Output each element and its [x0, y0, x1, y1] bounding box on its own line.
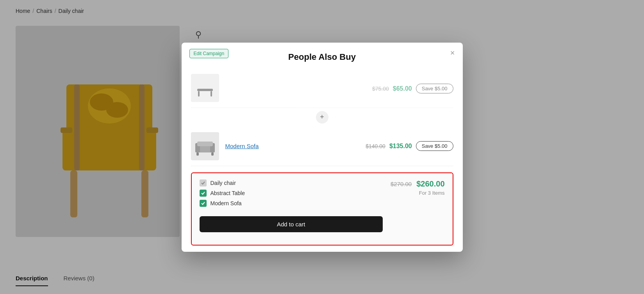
summary-content: Daily chair Abstract Table	[200, 179, 445, 238]
svg-rect-19	[197, 142, 213, 146]
modal-overlay: Edit Campaign People Also Buy ×	[0, 0, 644, 294]
svg-rect-17	[196, 152, 199, 156]
modern-sofa-name[interactable]: Modern Sofa	[225, 143, 360, 149]
summary-pricing-area: $270.00 $260.00 For 3 Items	[391, 179, 445, 238]
summary-item-modern-sofa: Modern Sofa	[200, 200, 383, 207]
abstract-table-save-badge-partial: Save $5.00	[416, 84, 453, 93]
modern-sofa-thumbnail	[191, 132, 219, 160]
summary-for-items: For 3 Items	[419, 190, 445, 196]
summary-item-abstract-table: Abstract Table	[200, 190, 383, 197]
modal-body[interactable]: $75.00 $65.00 Save $5.00 +	[182, 68, 463, 252]
close-modal-button[interactable]: ×	[450, 49, 455, 57]
daily-chair-label: Daily chair	[211, 180, 383, 186]
daily-chair-checkbox[interactable]	[200, 179, 207, 186]
abstract-table-price-discounted-partial: $65.00	[393, 85, 412, 92]
summary-box: Daily chair Abstract Table	[191, 172, 453, 246]
modern-sofa-price-discounted: $135.00	[389, 143, 412, 150]
modern-sofa-pricing: $140.00 $135.00 Save $5.00	[366, 141, 453, 151]
modal: Edit Campaign People Also Buy ×	[182, 43, 463, 252]
abstract-table-label: Abstract Table	[211, 190, 383, 196]
svg-rect-13	[211, 91, 212, 97]
summary-price-original: $270.00	[391, 181, 412, 187]
abstract-table-price-original-partial: $75.00	[372, 86, 389, 92]
plus-icon-1: +	[316, 111, 328, 124]
product-row-modern-sofa: Modern Sofa $140.00 $135.00 Save $5.00	[191, 127, 453, 166]
modern-sofa-img	[193, 134, 217, 158]
modern-sofa-price-original: $140.00	[366, 143, 385, 149]
green-check-icon-1	[201, 191, 205, 195]
modern-sofa-label: Modern Sofa	[211, 200, 383, 206]
modern-sofa-info: Modern Sofa	[225, 143, 360, 149]
svg-rect-11	[197, 89, 213, 91]
add-to-cart-button[interactable]: Add to cart	[200, 216, 383, 232]
summary-total-row: $270.00 $260.00	[391, 179, 445, 188]
abstract-table-thumbnail	[191, 74, 219, 102]
abstract-table-img	[194, 77, 216, 99]
grey-check-icon	[201, 181, 205, 185]
product-row-abstract-table-partial: $75.00 $65.00 Save $5.00	[191, 68, 453, 108]
modal-title: People Also Buy	[191, 52, 453, 62]
plus-divider-1: +	[191, 108, 453, 127]
modern-sofa-checkbox[interactable]	[200, 200, 207, 207]
abstract-table-prices-partial: $75.00 $65.00 Save $5.00	[372, 84, 453, 93]
summary-items-list: Daily chair Abstract Table	[200, 179, 383, 232]
modern-sofa-save-badge: Save $5.00	[416, 141, 453, 151]
modal-header: Edit Campaign People Also Buy ×	[182, 43, 463, 68]
svg-rect-18	[211, 152, 214, 156]
svg-rect-12	[198, 91, 200, 97]
summary-price-discounted: $260.00	[416, 179, 444, 188]
edit-campaign-button[interactable]: Edit Campaign	[189, 49, 229, 58]
green-check-icon-2	[201, 201, 205, 206]
abstract-table-checkbox[interactable]	[200, 190, 207, 197]
summary-item-daily-chair: Daily chair	[200, 179, 383, 186]
